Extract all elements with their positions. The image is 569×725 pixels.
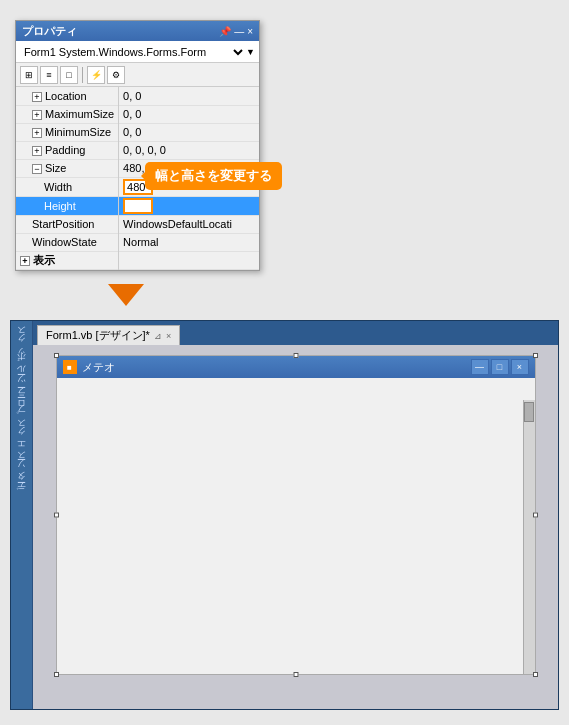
scrollbar-thumb[interactable]	[524, 402, 534, 422]
tab-close-icon[interactable]: ×	[166, 331, 171, 341]
prop-name-width: Width	[16, 177, 119, 196]
tab-pin-icon[interactable]: ⊿	[154, 331, 162, 341]
form-window-controls: — □ ×	[471, 359, 529, 375]
prop-name-maximumsize: +MaximumSize	[16, 105, 119, 123]
prop-value-startposition: WindowsDefaultLocati	[119, 215, 259, 233]
table-row-selected[interactable]: Height 320	[16, 196, 259, 215]
form-icon-symbol: ■	[67, 363, 72, 372]
callout-text: 幅と高さを変更する	[155, 168, 272, 183]
table-row[interactable]: StartPosition WindowsDefaultLocati	[16, 215, 259, 233]
resize-handle-topleft[interactable]	[54, 353, 59, 358]
resize-handle-topmiddle[interactable]	[293, 353, 298, 358]
prop-name-windowstate: WindowState	[16, 233, 119, 251]
prop-name-padding: +Padding	[16, 141, 119, 159]
prop-name-location: +Location	[16, 87, 119, 105]
form-restore-btn[interactable]: □	[491, 359, 509, 375]
ide-content: ■ メテオ — □ ×	[33, 345, 558, 709]
prop-value-maximumsize: 0, 0	[119, 105, 259, 123]
close-btn[interactable]: ×	[247, 26, 253, 37]
table-row[interactable]: +MinimumSize 0, 0	[16, 123, 259, 141]
prop-value-section	[119, 251, 259, 269]
ide-sidebar-text: データ ソース エクスプローラー ツールボックス	[16, 329, 28, 497]
panel-title: プロパティ	[22, 24, 77, 39]
prop-name-height: Height	[16, 196, 119, 215]
ide-sidebar: データ ソース エクスプローラー ツールボックス	[11, 321, 33, 709]
down-arrow-icon	[108, 284, 144, 306]
table-row-section[interactable]: +表示	[16, 251, 259, 269]
category-view-icon[interactable]: ⊞	[20, 66, 38, 84]
form-icon: ■	[63, 360, 77, 374]
prop-value-location: 0, 0	[119, 87, 259, 105]
table-row[interactable]: +Padding 0, 0, 0, 0	[16, 141, 259, 159]
table-row[interactable]: +MaximumSize 0, 0	[16, 105, 259, 123]
expand-icon[interactable]: +	[32, 128, 42, 138]
expand-icon[interactable]: +	[32, 110, 42, 120]
panel-titlebar: プロパティ 📌 — ×	[16, 21, 259, 41]
resize-handle-bottomright[interactable]	[533, 672, 538, 677]
height-value-box: 320	[123, 198, 153, 214]
prop-name-minimumsize: +MinimumSize	[16, 123, 119, 141]
pin-icon[interactable]: 📌	[219, 26, 231, 37]
minimize-btn[interactable]: —	[234, 26, 244, 37]
expand-icon[interactable]: +	[32, 92, 42, 102]
ide-main-area: Form1.vb [デザイン]* ⊿ × ■ メテオ — □ ×	[33, 321, 558, 709]
prop-section-display: +表示	[16, 251, 119, 269]
toolbar-separator	[82, 67, 83, 83]
prop-name-startposition: StartPosition	[16, 215, 119, 233]
form-close-btn[interactable]: ×	[511, 359, 529, 375]
prop-value-windowstate: Normal	[119, 233, 259, 251]
ide-window: データ ソース エクスプローラー ツールボックス Form1.vb [デザイン]…	[10, 320, 559, 710]
expand-icon[interactable]: +	[20, 256, 30, 266]
table-row-windowstate[interactable]: WindowState Normal	[16, 233, 259, 251]
object-selector[interactable]: Form1 System.Windows.Forms.Form ▼	[16, 41, 259, 63]
ide-tab-form1[interactable]: Form1.vb [デザイン]* ⊿ ×	[37, 325, 180, 345]
ide-tabbar: Form1.vb [デザイン]* ⊿ ×	[33, 321, 558, 345]
form-title: メテオ	[82, 360, 471, 375]
titlebar-buttons: 📌 — ×	[219, 26, 253, 37]
resize-handle-middleleft[interactable]	[54, 513, 59, 518]
form-body	[57, 378, 535, 674]
form-minimize-btn[interactable]: —	[471, 359, 489, 375]
form-titlebar: ■ メテオ — □ ×	[57, 356, 535, 378]
resize-handle-bottommiddle[interactable]	[293, 672, 298, 677]
prop-value-padding: 0, 0, 0, 0	[119, 141, 259, 159]
panel-toolbar: ⊞ ≡ □ ⚡ ⚙	[16, 63, 259, 87]
prop-value-height: 320	[119, 196, 259, 215]
prop-name-size: −Size	[16, 159, 119, 177]
object-select[interactable]: Form1 System.Windows.Forms.Form	[20, 45, 246, 59]
expand-icon-size[interactable]: −	[32, 164, 42, 174]
dropdown-arrow-icon: ▼	[246, 47, 255, 57]
alpha-view-icon[interactable]: ≡	[40, 66, 58, 84]
scrollbar-right[interactable]	[523, 400, 535, 674]
resize-handle-bottomleft[interactable]	[54, 672, 59, 677]
prop-value-minimumsize: 0, 0	[119, 123, 259, 141]
expand-icon[interactable]: +	[32, 146, 42, 156]
callout-bubble: 幅と高さを変更する	[145, 162, 282, 190]
table-row[interactable]: +Location 0, 0	[16, 87, 259, 105]
resize-handle-topright[interactable]	[533, 353, 538, 358]
property-view-icon[interactable]: □	[60, 66, 78, 84]
form-designer[interactable]: ■ メテオ — □ ×	[56, 355, 536, 675]
properties-panel: プロパティ 📌 — × Form1 System.Windows.Forms.F…	[15, 20, 260, 271]
tab-label: Form1.vb [デザイン]*	[46, 328, 150, 343]
resize-handle-middleright[interactable]	[533, 513, 538, 518]
events-icon[interactable]: ⚡	[87, 66, 105, 84]
settings-icon[interactable]: ⚙	[107, 66, 125, 84]
